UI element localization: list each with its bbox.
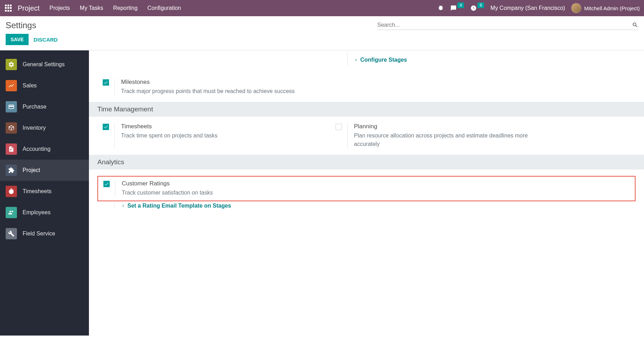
chart-icon [6, 80, 17, 91]
sidebar-item-label: General Settings [23, 61, 65, 68]
settings-content: Configure Stages Milestones Track major … [89, 50, 644, 336]
rating-template-link[interactable]: Set a Rating Email Template on Stages [121, 203, 636, 209]
stopwatch-icon [6, 186, 17, 197]
nav-configuration[interactable]: Configuration [148, 5, 181, 11]
sidebar-item-project[interactable]: Project [0, 160, 89, 181]
setting-title: Milestones [121, 79, 316, 86]
sidebar-item-label: Inventory [23, 125, 46, 131]
milestones-checkbox[interactable] [103, 79, 109, 86]
customer-ratings-checkbox[interactable] [103, 181, 110, 187]
discard-button[interactable]: DISCARD [34, 37, 58, 43]
activities-badge: 9 [477, 2, 484, 8]
app-brand: Project [18, 4, 40, 12]
sidebar-item-label: Timesheets [23, 188, 52, 195]
debug-icon[interactable] [438, 5, 444, 12]
gear-icon [6, 59, 17, 70]
section-analytics: Analytics [89, 155, 644, 170]
setting-desc: Track time spent on projects and tasks [121, 131, 316, 140]
document-icon [6, 143, 17, 155]
subheader: Settings [0, 16, 644, 30]
nav-reporting[interactable]: Reporting [113, 5, 137, 11]
wrench-icon [6, 228, 17, 239]
apps-icon[interactable] [4, 4, 13, 12]
save-button[interactable]: SAVE [6, 34, 29, 45]
avatar [571, 3, 581, 13]
search-bar[interactable] [377, 20, 638, 30]
configure-stages-link[interactable]: Configure Stages [354, 57, 407, 63]
topbar-right: 4 9 My Company (San Francisco) Mitchell … [438, 3, 640, 13]
sidebar-item-employees[interactable]: Employees [0, 202, 89, 223]
search-icon[interactable] [632, 22, 638, 28]
timesheets-checkbox[interactable] [103, 124, 109, 130]
sidebar-item-field-service[interactable]: Field Service [0, 223, 89, 244]
sidebar-item-label: Accounting [23, 146, 50, 152]
activities-button[interactable]: 9 [470, 5, 484, 11]
setting-title: Customer Ratings [122, 180, 635, 187]
section-time-management: Time Management [89, 102, 644, 117]
messages-badge: 4 [457, 2, 464, 8]
sidebar-item-label: Field Service [23, 231, 55, 237]
setting-customer-ratings: Customer Ratings Track customer satisfac… [98, 180, 635, 197]
setting-milestones: Milestones Track major progress points t… [97, 79, 316, 96]
main: General Settings Sales Purchase Inventor… [0, 50, 644, 336]
highlighted-setting: Customer Ratings Track customer satisfac… [97, 176, 636, 201]
sidebar-item-timesheets[interactable]: Timesheets [0, 181, 89, 202]
sidebar-item-purchase[interactable]: Purchase [0, 96, 89, 117]
setting-desc: Plan resource allocation across projects… [354, 131, 549, 148]
planning-checkbox[interactable] [336, 124, 342, 130]
nav-projects[interactable]: Projects [49, 5, 70, 11]
user-menu[interactable]: Mitchell Admin (Project) [571, 3, 640, 13]
people-icon [6, 207, 17, 218]
sidebar-item-inventory[interactable]: Inventory [0, 117, 89, 139]
sidebar-item-label: Sales [23, 82, 37, 89]
search-input[interactable] [377, 22, 632, 28]
main-nav: Projects My Tasks Reporting Configuratio… [49, 5, 181, 11]
nav-my-tasks[interactable]: My Tasks [80, 5, 103, 11]
sidebar-item-label: Project [23, 167, 40, 173]
sidebar-item-sales[interactable]: Sales [0, 75, 89, 96]
setting-desc: Track major progress points that must be… [121, 87, 316, 96]
sidebar-item-label: Purchase [23, 104, 47, 110]
sidebar-item-general[interactable]: General Settings [0, 54, 89, 75]
setting-timesheets: Timesheets Track time spent on projects … [97, 123, 316, 148]
settings-sidebar: General Settings Sales Purchase Inventor… [0, 50, 89, 336]
topbar: Project Projects My Tasks Reporting Conf… [0, 0, 644, 16]
sidebar-item-label: Employees [23, 209, 50, 216]
page-title: Settings [6, 20, 36, 30]
action-bar: SAVE DISCARD [0, 30, 644, 50]
setting-title: Timesheets [121, 123, 316, 130]
setting-title: Planning [354, 123, 549, 130]
puzzle-icon [6, 165, 17, 176]
company-selector[interactable]: My Company (San Francisco) [490, 5, 565, 11]
sidebar-item-accounting[interactable]: Accounting [0, 139, 89, 160]
setting-planning: Planning Plan resource allocation across… [330, 123, 549, 148]
messages-button[interactable]: 4 [450, 5, 464, 11]
card-icon [6, 101, 17, 112]
user-name: Mitchell Admin (Project) [584, 5, 640, 11]
setting-desc: Track customer satisfaction on tasks [122, 189, 635, 197]
box-icon [6, 122, 17, 134]
